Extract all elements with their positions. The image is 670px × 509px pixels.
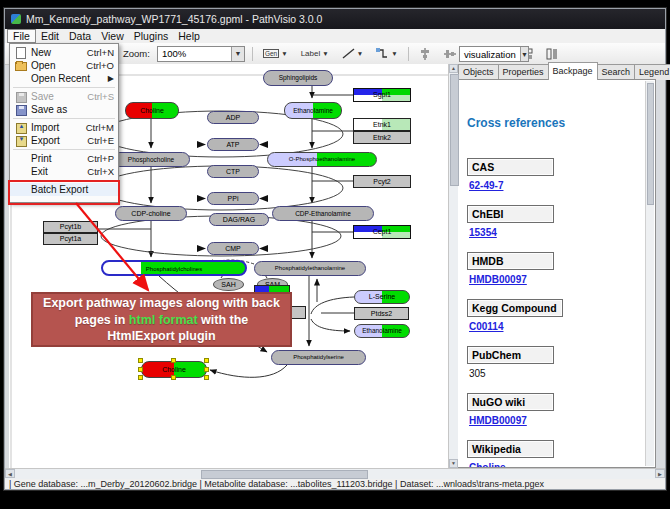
pathway-node-pcyt2[interactable]: Pcyt2 [353,175,411,188]
pathway-node-sphingolipids[interactable]: Sphingolipids [263,70,333,86]
menu-item-import[interactable]: ImportCtrl+M [10,121,118,134]
pathway-node-ppi[interactable]: PPi [207,192,259,205]
tab-backpage[interactable]: Backpage [548,62,598,80]
align-middle-button[interactable] [441,45,459,63]
pathway-node-phosphatidylethanolamine[interactable]: Phosphatidylethanolamine [254,261,366,276]
pathway-node-adp[interactable]: ADP [207,111,259,124]
menu-item-save[interactable]: SaveCtrl+S [10,90,118,103]
pathway-node-sah[interactable]: SAH [213,278,244,291]
menu-plugins[interactable]: Plugins [129,30,173,43]
pathway-node-cdp-choline[interactable]: CDP-choline [115,206,187,221]
selection-handle[interactable] [204,375,209,380]
scrollbar-thumb[interactable] [647,83,654,205]
annotation-highlight: html format [129,313,198,327]
selection-handle[interactable] [204,358,209,363]
xref-link[interactable]: 15354 [469,227,497,238]
menu-item-save-as[interactable]: Save as [10,103,118,116]
pathway-node-ptdss2[interactable]: Ptdss2 [354,307,409,320]
chevron-down-icon[interactable]: ▼ [357,50,363,57]
canvas-vertical-scrollbar[interactable]: ▲ ▼ [448,64,458,468]
menu-shortcut: Ctrl+E [87,135,114,146]
tab-legend[interactable]: Legend [634,64,670,80]
node-label: Phosphatidylcholines [103,262,245,276]
horizontal-scrollbar[interactable]: ◀ ▶ [5,468,665,479]
scroll-up-icon[interactable]: ▲ [449,64,458,73]
xref-link[interactable]: HMDB00097 [469,415,527,426]
pathway-node-atp[interactable]: ATP [207,138,259,151]
menu-edit[interactable]: Edit [36,30,64,43]
pathway-node-dag-rag[interactable]: DAG/RAG [209,213,269,226]
xref-source-header: Wikipedia [467,440,554,458]
chevron-down-icon[interactable]: ▼ [322,50,328,57]
selection-handle[interactable] [138,358,143,363]
menu-item-open[interactable]: OpenCtrl+O [10,59,118,72]
selection-handle[interactable] [204,367,209,372]
pathway-node-ethanolamine[interactable]: Ethanolamine [354,324,410,338]
menu-item-new[interactable]: NewCtrl+N [10,46,118,59]
pathway-node-choline[interactable]: Choline [125,102,179,119]
menu-icon-placeholder [14,153,27,164]
pathway-node-cept1[interactable]: Cept1 [353,225,411,239]
sidebar-vertical-scrollbar[interactable] [645,81,654,466]
title-bar[interactable]: Mm_Kennedy_pathway_WP1771_45176.gpml - P… [5,9,665,29]
selection-handle[interactable] [171,358,176,363]
app-icon [11,14,21,24]
node-label: Pcyt1a [44,234,97,244]
node-label: O-Phosphoethanolamine [268,153,376,166]
node-label: PPi [208,193,258,204]
gene-node-tool-button[interactable]: Gen ▼ [260,45,291,63]
xref-link[interactable]: C00114 [469,321,503,332]
selection-handle[interactable] [138,367,143,372]
chevron-down-icon[interactable]: ▼ [520,47,528,61]
selection-handle[interactable] [138,375,143,380]
pathway-node-phosphocholine[interactable]: Phosphocholine [112,152,190,167]
tab-search[interactable]: Search [597,64,636,80]
pathway-node-l-serine[interactable]: L-Serine [354,290,410,304]
menu-item-print[interactable]: PrintCtrl+P [10,152,118,165]
tab-objects[interactable]: Objects [458,64,499,80]
node-label: Etnk1 [354,119,410,130]
menu-item-open-recent[interactable]: Open Recent▶ [10,72,118,85]
pathway-node-etnk1[interactable]: Etnk1 [353,118,411,131]
align-center-button[interactable] [416,45,434,63]
pathway-node-o-phosphoethanolamine[interactable]: O-Phosphoethanolamine [267,152,377,167]
selection-handle[interactable] [171,375,176,380]
pathway-node-cdp-ethanolamine[interactable]: CDP-Ethanolamine [272,206,374,221]
pathway-node-cmp[interactable]: CMP [207,242,259,255]
xref-link[interactable]: HMDB00097 [469,274,527,285]
xref-source-header: ChEBI [467,205,554,223]
menu-item-export[interactable]: ExportCtrl+E [10,134,118,147]
menu-item-exit[interactable]: ExitCtrl+X [10,165,118,178]
scroll-down-icon[interactable]: ▼ [449,459,458,468]
line-tool-button[interactable]: ▼ [339,45,366,63]
visualization-combobox[interactable]: visualization ▼ [459,46,529,62]
menu-view[interactable]: View [96,30,129,43]
pathway-node-pcyt1b[interactable]: Pcyt1b [43,221,98,233]
chevron-down-icon[interactable]: ▼ [281,50,287,57]
pathway-node-etnk2[interactable]: Etnk2 [353,131,411,144]
pathway-node-sgpl1[interactable]: Sgpl1 [353,88,411,102]
xref-section-cas: CAS62-49-7 [467,157,641,191]
menu-file[interactable]: File [7,29,36,43]
menu-data[interactable]: Data [64,30,96,43]
menu-help[interactable]: Help [173,30,205,43]
scroll-right-icon[interactable]: ▶ [655,469,665,478]
connector-tool-button[interactable]: ▼ [373,45,400,63]
menu-icon-placeholder [14,166,27,177]
scrollbar-thumb[interactable] [201,470,368,479]
pathway-node-ctp[interactable]: CTP [207,165,259,178]
tab-properties[interactable]: Properties [498,64,549,80]
pathway-node-phosphatidylcholines[interactable]: Phosphatidylcholines [101,260,247,276]
node-label: ATP [208,139,258,150]
xref-link[interactable]: 62-49-7 [469,180,503,191]
label-tool-button[interactable]: Label ▼ [298,45,332,63]
chevron-down-icon[interactable]: ▼ [391,50,397,57]
pathway-node-ethanolamine[interactable]: Ethanolamine [284,102,342,119]
scroll-left-icon[interactable]: ◀ [5,469,15,478]
scrollbar-thumb[interactable] [450,74,459,186]
common-height-button[interactable] [543,45,562,63]
chevron-down-icon[interactable]: ▼ [231,47,244,61]
zoom-combobox[interactable]: 100% ▼ [157,46,245,62]
pathway-node-pcyt1a[interactable]: Pcyt1a [43,233,98,245]
pathway-node-phosphatidylserine[interactable]: Phosphatidylserine [271,350,366,365]
